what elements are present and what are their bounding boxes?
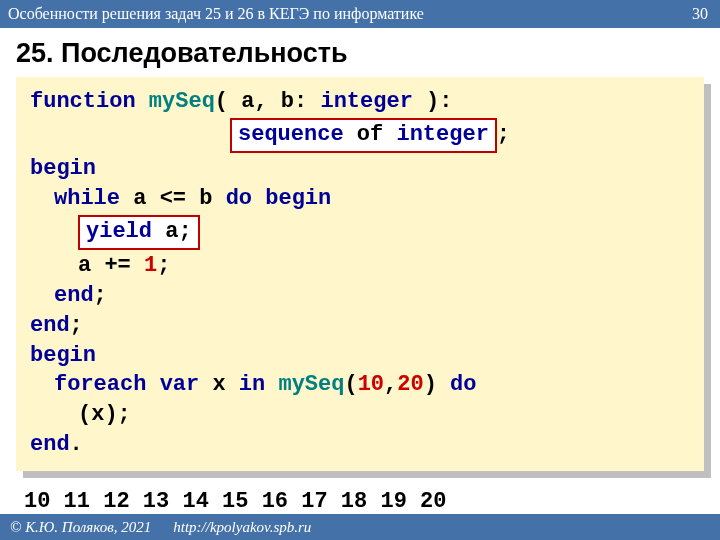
code-wrapper: function mySeq( a, b: integer ): sequenc… bbox=[16, 77, 704, 471]
code-line-3: begin bbox=[30, 154, 690, 184]
kw-begin-inner: begin bbox=[265, 186, 331, 211]
kw-do: do bbox=[226, 186, 252, 211]
footer-url: http://kpolyakov.spb.ru bbox=[173, 519, 311, 536]
code-line-1: function mySeq( a, b: integer ): bbox=[30, 87, 690, 117]
code-line-9: begin bbox=[30, 341, 690, 371]
kw-in: in bbox=[239, 372, 265, 397]
code-line-7: end; bbox=[30, 281, 690, 311]
kw-end: end bbox=[30, 313, 70, 338]
code-line-6: a += 1; bbox=[30, 251, 690, 281]
kw-yield: yield bbox=[86, 219, 152, 244]
code-line-10: foreach var x in mySeq(10,20) do bbox=[30, 370, 690, 400]
slide-number: 30 bbox=[692, 5, 708, 23]
kw-foreach: foreach bbox=[54, 372, 146, 397]
code-line-8: end; bbox=[30, 311, 690, 341]
topbar-title: Особенности решения задач 25 и 26 в КЕГЭ… bbox=[8, 5, 424, 23]
code-line-5: yield a; bbox=[30, 214, 690, 252]
kw-var: var bbox=[160, 372, 200, 397]
kw-begin: begin bbox=[30, 156, 96, 181]
kw-function: function bbox=[30, 89, 136, 114]
top-bar: Особенности решения задач 25 и 26 в КЕГЭ… bbox=[0, 0, 720, 28]
highlight-yield: yield a; bbox=[78, 215, 200, 251]
kw-while: while bbox=[54, 186, 120, 211]
copyright: © К.Ю. Поляков, 2021 bbox=[10, 519, 151, 536]
highlight-sequence-type: sequence of integer bbox=[230, 118, 497, 154]
slide-heading: 25. Последовательность bbox=[0, 28, 720, 77]
fn-myseq-call: mySeq bbox=[278, 372, 344, 397]
kw-do: do bbox=[450, 372, 476, 397]
kw-integer: integer bbox=[320, 89, 412, 114]
kw-begin-main: begin bbox=[30, 343, 96, 368]
code-line-4: while a <= b do begin bbox=[30, 184, 690, 214]
footer-bar: © К.Ю. Поляков, 2021 http://kpolyakov.sp… bbox=[0, 514, 720, 540]
code-line-12: end. bbox=[30, 430, 690, 460]
kw-end-main: end bbox=[30, 432, 70, 457]
code-line-11: (x); bbox=[30, 400, 690, 430]
fn-myseq: mySeq bbox=[149, 89, 215, 114]
kw-end: end bbox=[54, 283, 94, 308]
code-block: function mySeq( a, b: integer ): sequenc… bbox=[16, 77, 704, 471]
code-line-2: sequence of integer; bbox=[30, 117, 690, 155]
